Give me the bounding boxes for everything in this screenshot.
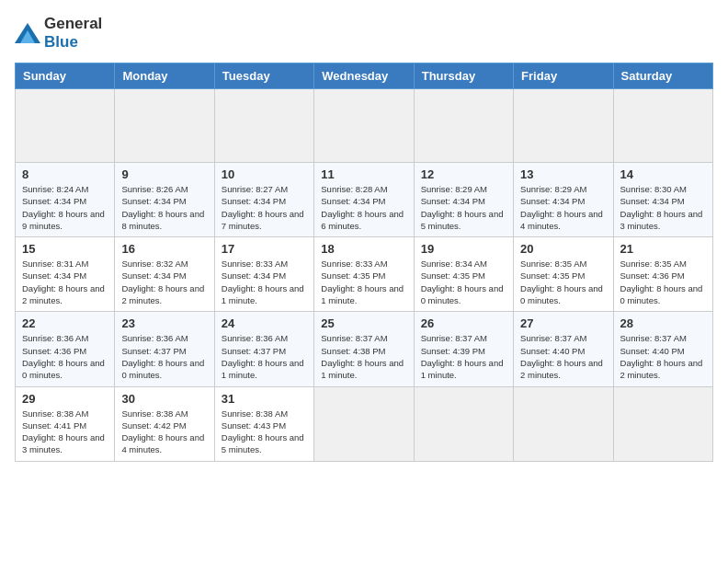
day-info: Sunrise: 8:37 AMSunset: 4:40 PMDaylight:… xyxy=(620,332,706,381)
calendar-cell: 24Sunrise: 8:36 AMSunset: 4:37 PMDayligh… xyxy=(214,312,313,386)
day-info: Sunrise: 8:34 AMSunset: 4:35 PMDaylight:… xyxy=(421,258,506,306)
day-info: Sunrise: 8:33 AMSunset: 4:34 PMDaylight:… xyxy=(222,258,307,306)
calendar-cell: 23Sunrise: 8:36 AMSunset: 4:37 PMDayligh… xyxy=(115,312,214,386)
day-info: Sunrise: 8:29 AMSunset: 4:34 PMDaylight:… xyxy=(520,183,606,232)
calendar-table: SundayMondayTuesdayWednesdayThursdayFrid… xyxy=(15,63,713,462)
calendar-cell: 31Sunrise: 8:38 AMSunset: 4:43 PMDayligh… xyxy=(214,386,313,461)
day-info: Sunrise: 8:26 AMSunset: 4:34 PMDaylight:… xyxy=(121,183,207,232)
calendar-cell xyxy=(414,89,513,163)
header: General Blue xyxy=(15,15,713,52)
calendar-cell xyxy=(214,89,313,163)
day-info: Sunrise: 8:31 AMSunset: 4:34 PMDaylight:… xyxy=(22,258,108,306)
calendar-cell: 12Sunrise: 8:29 AMSunset: 4:34 PMDayligh… xyxy=(414,163,513,237)
day-info: Sunrise: 8:35 AMSunset: 4:35 PMDaylight:… xyxy=(520,258,606,306)
calendar-week-row: 29Sunrise: 8:38 AMSunset: 4:41 PMDayligh… xyxy=(16,386,713,461)
weekday-header-tuesday: Tuesday xyxy=(214,63,313,89)
weekday-header-thursday: Thursday xyxy=(414,63,513,89)
calendar-cell: 30Sunrise: 8:38 AMSunset: 4:42 PMDayligh… xyxy=(115,386,214,461)
weekday-header-monday: Monday xyxy=(115,63,214,89)
calendar-week-row: 15Sunrise: 8:31 AMSunset: 4:34 PMDayligh… xyxy=(16,237,713,312)
calendar-cell xyxy=(514,386,613,461)
day-number: 27 xyxy=(520,316,606,330)
calendar-cell xyxy=(613,386,712,461)
day-info: Sunrise: 8:38 AMSunset: 4:41 PMDaylight:… xyxy=(22,408,108,456)
day-number: 16 xyxy=(121,242,207,256)
calendar-week-row: 8Sunrise: 8:24 AMSunset: 4:34 PMDaylight… xyxy=(16,163,713,237)
day-number: 13 xyxy=(520,167,606,181)
day-info: Sunrise: 8:36 AMSunset: 4:37 PMDaylight:… xyxy=(222,332,307,381)
calendar-cell: 15Sunrise: 8:31 AMSunset: 4:34 PMDayligh… xyxy=(16,237,115,312)
day-number: 19 xyxy=(421,242,506,256)
day-number: 30 xyxy=(121,392,207,406)
calendar-cell xyxy=(613,89,712,163)
calendar-cell: 14Sunrise: 8:30 AMSunset: 4:34 PMDayligh… xyxy=(613,163,712,237)
calendar-cell: 18Sunrise: 8:33 AMSunset: 4:35 PMDayligh… xyxy=(314,237,414,312)
logo-blue: Blue xyxy=(44,33,78,51)
day-number: 8 xyxy=(22,167,108,181)
day-number: 11 xyxy=(321,167,406,181)
weekday-header-row: SundayMondayTuesdayWednesdayThursdayFrid… xyxy=(16,63,713,89)
calendar-cell: 25Sunrise: 8:37 AMSunset: 4:38 PMDayligh… xyxy=(314,312,414,386)
day-info: Sunrise: 8:37 AMSunset: 4:40 PMDaylight:… xyxy=(520,332,606,381)
day-number: 28 xyxy=(620,316,706,330)
day-info: Sunrise: 8:32 AMSunset: 4:34 PMDaylight:… xyxy=(121,258,207,306)
calendar-cell xyxy=(314,386,414,461)
calendar-cell: 13Sunrise: 8:29 AMSunset: 4:34 PMDayligh… xyxy=(514,163,613,237)
day-number: 25 xyxy=(321,316,406,330)
day-info: Sunrise: 8:38 AMSunset: 4:42 PMDaylight:… xyxy=(121,408,207,456)
calendar-cell: 21Sunrise: 8:35 AMSunset: 4:36 PMDayligh… xyxy=(613,237,712,312)
calendar-cell: 27Sunrise: 8:37 AMSunset: 4:40 PMDayligh… xyxy=(514,312,613,386)
day-number: 10 xyxy=(222,167,307,181)
day-number: 9 xyxy=(121,167,207,181)
day-number: 20 xyxy=(520,242,606,256)
day-number: 23 xyxy=(121,316,207,330)
day-number: 15 xyxy=(22,242,108,256)
calendar-cell: 19Sunrise: 8:34 AMSunset: 4:35 PMDayligh… xyxy=(414,237,513,312)
calendar-cell: 9Sunrise: 8:26 AMSunset: 4:34 PMDaylight… xyxy=(115,163,214,237)
weekday-header-wednesday: Wednesday xyxy=(314,63,414,89)
calendar-cell: 22Sunrise: 8:36 AMSunset: 4:36 PMDayligh… xyxy=(16,312,115,386)
calendar-cell: 8Sunrise: 8:24 AMSunset: 4:34 PMDaylight… xyxy=(16,163,115,237)
day-number: 12 xyxy=(421,167,506,181)
day-number: 14 xyxy=(620,167,706,181)
weekday-header-saturday: Saturday xyxy=(613,63,712,89)
day-info: Sunrise: 8:37 AMSunset: 4:38 PMDaylight:… xyxy=(321,332,406,381)
calendar-cell xyxy=(16,89,115,163)
weekday-header-sunday: Sunday xyxy=(16,63,115,89)
calendar-cell xyxy=(314,89,414,163)
day-info: Sunrise: 8:24 AMSunset: 4:34 PMDaylight:… xyxy=(22,183,108,232)
day-info: Sunrise: 8:30 AMSunset: 4:34 PMDaylight:… xyxy=(620,183,706,232)
calendar-cell: 17Sunrise: 8:33 AMSunset: 4:34 PMDayligh… xyxy=(214,237,313,312)
day-info: Sunrise: 8:38 AMSunset: 4:43 PMDaylight:… xyxy=(222,408,307,456)
logo: General Blue xyxy=(15,15,102,52)
day-info: Sunrise: 8:35 AMSunset: 4:36 PMDaylight:… xyxy=(620,258,706,306)
day-number: 29 xyxy=(22,392,108,406)
day-number: 21 xyxy=(620,242,706,256)
calendar-cell xyxy=(115,89,214,163)
calendar-cell xyxy=(514,89,613,163)
calendar-cell xyxy=(414,386,513,461)
day-info: Sunrise: 8:36 AMSunset: 4:37 PMDaylight:… xyxy=(121,332,207,381)
calendar-week-row xyxy=(16,89,713,163)
calendar-cell: 20Sunrise: 8:35 AMSunset: 4:35 PMDayligh… xyxy=(514,237,613,312)
calendar-cell: 28Sunrise: 8:37 AMSunset: 4:40 PMDayligh… xyxy=(613,312,712,386)
day-number: 17 xyxy=(222,242,307,256)
day-number: 22 xyxy=(22,316,108,330)
weekday-header-friday: Friday xyxy=(514,63,613,89)
calendar-cell: 16Sunrise: 8:32 AMSunset: 4:34 PMDayligh… xyxy=(115,237,214,312)
day-number: 31 xyxy=(222,392,307,406)
logo-general: General xyxy=(44,15,102,32)
calendar-cell: 10Sunrise: 8:27 AMSunset: 4:34 PMDayligh… xyxy=(214,163,313,237)
day-number: 18 xyxy=(321,242,406,256)
calendar-week-row: 22Sunrise: 8:36 AMSunset: 4:36 PMDayligh… xyxy=(16,312,713,386)
day-info: Sunrise: 8:36 AMSunset: 4:36 PMDaylight:… xyxy=(22,332,108,381)
logo-icon xyxy=(15,23,40,43)
day-info: Sunrise: 8:33 AMSunset: 4:35 PMDaylight:… xyxy=(321,258,406,306)
day-info: Sunrise: 8:37 AMSunset: 4:39 PMDaylight:… xyxy=(421,332,506,381)
calendar-cell: 29Sunrise: 8:38 AMSunset: 4:41 PMDayligh… xyxy=(16,386,115,461)
logo-text: General Blue xyxy=(44,15,102,52)
day-info: Sunrise: 8:28 AMSunset: 4:34 PMDaylight:… xyxy=(321,183,406,232)
day-info: Sunrise: 8:29 AMSunset: 4:34 PMDaylight:… xyxy=(421,183,506,232)
calendar-cell: 11Sunrise: 8:28 AMSunset: 4:34 PMDayligh… xyxy=(314,163,414,237)
calendar-cell: 26Sunrise: 8:37 AMSunset: 4:39 PMDayligh… xyxy=(414,312,513,386)
